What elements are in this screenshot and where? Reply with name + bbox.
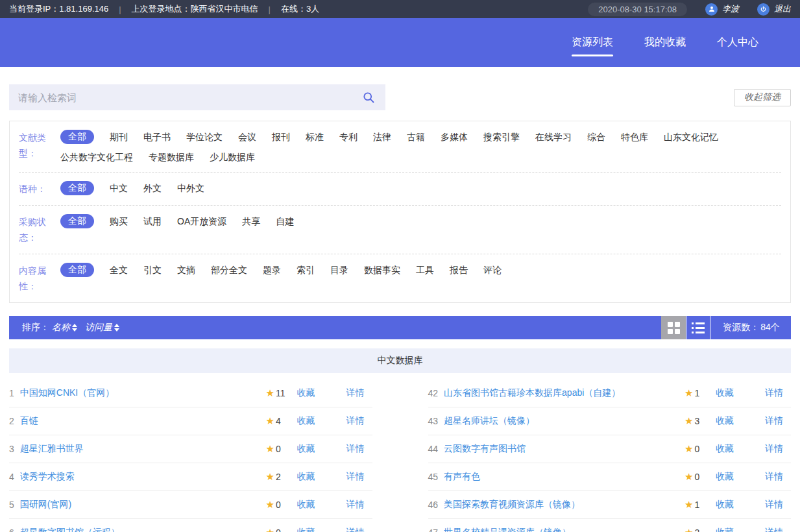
- collapse-filters-button[interactable]: 收起筛选: [734, 89, 791, 106]
- detail-link[interactable]: 详情: [765, 415, 783, 427]
- filter-option[interactable]: 专题数据库: [149, 151, 194, 163]
- filter-option[interactable]: 部分全文: [211, 263, 247, 276]
- sort-arrows-icon: [114, 324, 119, 332]
- database-title-link[interactable]: 世界名校精品课资源库（镜像）: [444, 527, 685, 532]
- database-title-link[interactable]: 超星数字图书馆（远程）: [20, 527, 266, 532]
- filter-option[interactable]: 中文: [110, 182, 128, 195]
- database-title-link[interactable]: 山东省图书馆古籍珍本数据库apabi（自建）: [444, 387, 685, 399]
- search-input[interactable]: [9, 84, 385, 110]
- star-count-value: 2: [276, 472, 281, 482]
- filter-option[interactable]: 山东文化记忆: [664, 130, 718, 143]
- filter-selected-pill[interactable]: 全部: [60, 181, 94, 195]
- detail-link[interactable]: 详情: [346, 471, 365, 483]
- filter-option[interactable]: OA开放资源: [177, 215, 226, 228]
- database-title-link[interactable]: 超星汇雅书世界: [20, 443, 266, 455]
- detail-link[interactable]: 详情: [346, 387, 365, 399]
- filter-option[interactable]: 电子书: [143, 130, 171, 143]
- row-number: 6: [9, 527, 14, 532]
- filter-option[interactable]: 工具: [416, 263, 434, 276]
- detail-link[interactable]: 详情: [765, 499, 783, 511]
- filter-option[interactable]: 评论: [483, 263, 502, 276]
- database-title-link[interactable]: 读秀学术搜索: [20, 471, 266, 483]
- filter-option[interactable]: 特色库: [621, 130, 648, 143]
- collect-link[interactable]: 收藏: [716, 415, 734, 427]
- filter-option[interactable]: 试用: [143, 215, 162, 228]
- database-title-link[interactable]: 国研网(官网): [20, 499, 266, 511]
- filter-option[interactable]: 索引: [297, 263, 315, 276]
- filter-option[interactable]: 公共数字文化工程: [60, 151, 133, 163]
- list-view-button[interactable]: [686, 316, 710, 339]
- sort-bar: 排序： 名称访问量 资源数： 84个: [9, 316, 791, 339]
- sort-option-1[interactable]: 访问量: [85, 322, 125, 333]
- row-number: 46: [428, 500, 439, 510]
- collect-link[interactable]: 收藏: [716, 499, 734, 511]
- filter-option[interactable]: 搜索引擎: [483, 130, 520, 143]
- collect-link[interactable]: 收藏: [297, 499, 315, 511]
- sort-option-0[interactable]: 名称: [52, 322, 82, 333]
- filter-option[interactable]: 法律: [373, 130, 391, 143]
- filter-option[interactable]: 自建: [276, 215, 294, 228]
- database-title-link[interactable]: 美国探索教育视频资源库（镜像）: [444, 499, 685, 511]
- collect-link[interactable]: 收藏: [297, 471, 315, 483]
- star-icon: ★: [685, 471, 693, 483]
- filter-option[interactable]: 期刊: [110, 130, 128, 143]
- detail-link[interactable]: 详情: [346, 443, 365, 455]
- filter-selected-pill[interactable]: 全部: [60, 214, 94, 228]
- grid-view-button[interactable]: [661, 316, 686, 339]
- collect-link[interactable]: 收藏: [716, 527, 734, 532]
- filter-option[interactable]: 购买: [110, 215, 128, 228]
- filter-row-label: 内容属性：: [19, 263, 60, 294]
- detail-link[interactable]: 详情: [765, 527, 783, 532]
- filter-option[interactable]: 专利: [339, 130, 358, 143]
- filter-option[interactable]: 外文: [143, 182, 162, 195]
- database-title-link[interactable]: 中国知网CNKI（官网）: [20, 387, 266, 399]
- detail-link[interactable]: 详情: [765, 471, 783, 483]
- logout-button[interactable]: 退出: [774, 3, 791, 15]
- filter-option[interactable]: 在线学习: [535, 130, 572, 143]
- filter-option[interactable]: 标准: [306, 130, 324, 143]
- database-title-link[interactable]: 有声有色: [444, 471, 685, 483]
- filter-option[interactable]: 报刊: [272, 130, 290, 143]
- filter-option[interactable]: 报告: [450, 263, 468, 276]
- collect-link[interactable]: 收藏: [716, 471, 734, 483]
- filter-option[interactable]: 学位论文: [186, 130, 223, 143]
- filter-option[interactable]: 数据事实: [364, 263, 400, 276]
- detail-link[interactable]: 详情: [765, 387, 783, 399]
- search-icon[interactable]: [362, 91, 375, 106]
- filter-option[interactable]: 古籍: [407, 130, 425, 143]
- filter-option[interactable]: 多媒体: [441, 130, 468, 143]
- filter-option[interactable]: 引文: [143, 263, 162, 276]
- collect-link[interactable]: 收藏: [297, 527, 315, 532]
- filter-option[interactable]: 文摘: [177, 263, 195, 276]
- filter-option[interactable]: 综合: [587, 130, 605, 143]
- filter-option[interactable]: 会议: [238, 130, 256, 143]
- row-number: 3: [9, 444, 14, 454]
- tab-0[interactable]: 资源列表: [572, 32, 613, 56]
- detail-link[interactable]: 详情: [346, 415, 365, 427]
- collect-link[interactable]: 收藏: [297, 443, 315, 455]
- username[interactable]: 李波: [722, 3, 739, 15]
- tab-1[interactable]: 我的收藏: [644, 32, 686, 56]
- filter-option[interactable]: 少儿数据库: [210, 151, 255, 163]
- filter-option[interactable]: 全文: [110, 263, 128, 276]
- filter-option[interactable]: 题录: [263, 263, 281, 276]
- star-count: ★2: [266, 471, 297, 483]
- separator: |: [119, 5, 121, 14]
- filter-selected-pill[interactable]: 全部: [60, 130, 94, 144]
- detail-link[interactable]: 详情: [346, 499, 365, 511]
- detail-link[interactable]: 详情: [346, 527, 365, 532]
- filter-option[interactable]: 中外文: [177, 182, 204, 195]
- collect-link[interactable]: 收藏: [716, 443, 734, 455]
- collect-link[interactable]: 收藏: [297, 415, 315, 427]
- tab-2[interactable]: 个人中心: [717, 32, 758, 56]
- filter-option[interactable]: 目录: [330, 263, 348, 276]
- database-title-link[interactable]: 超星名师讲坛（镜像）: [444, 415, 685, 427]
- star-icon: ★: [685, 415, 693, 427]
- filter-selected-pill[interactable]: 全部: [60, 263, 94, 277]
- database-title-link[interactable]: 云图数字有声图书馆: [444, 443, 685, 455]
- collect-link[interactable]: 收藏: [716, 387, 734, 399]
- detail-link[interactable]: 详情: [765, 443, 783, 455]
- filter-option[interactable]: 共享: [242, 215, 260, 228]
- collect-link[interactable]: 收藏: [297, 387, 315, 399]
- database-title-link[interactable]: 百链: [20, 415, 266, 427]
